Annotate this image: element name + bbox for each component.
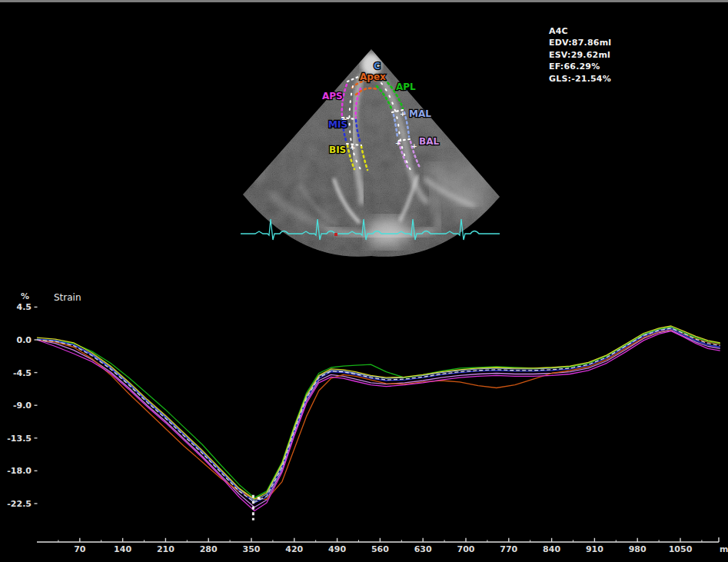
x-tick-label: 140 (114, 544, 131, 554)
measurement-line: A4C (549, 25, 611, 37)
x-tick-label: 350 (243, 544, 261, 554)
strain-chart: % Strain 4.50.0-4.5-9.0-13.5-18.0-22.5 7… (0, 281, 728, 562)
strain-curves (37, 326, 720, 511)
segment-label-C: C (374, 61, 381, 71)
strain-curve-APL (37, 327, 720, 497)
svg-text:+: + (350, 144, 356, 151)
segment-label-APL: APL (396, 81, 416, 92)
y-tick-label: 0.0 (17, 335, 32, 345)
x-tick-label: 560 (371, 544, 389, 554)
svg-text:+: + (400, 110, 406, 118)
ecg-cursor-marker (334, 233, 337, 236)
y-axis-unit: % (21, 291, 29, 301)
y-tick-label: -13.5 (7, 434, 32, 444)
svg-text:+: + (395, 139, 401, 147)
measurement-line: GLS:-21.54% (549, 73, 611, 85)
measurement-line: EF:66.29% (549, 61, 611, 72)
measurement-line: EDV:87.86ml (549, 37, 611, 48)
x-tick-label: 700 (457, 544, 475, 554)
segment-label-MAL: MAL (409, 108, 431, 119)
y-axis: 4.50.0-4.5-9.0-13.5-18.0-22.5 (7, 302, 37, 509)
x-tick-label: 280 (200, 544, 218, 554)
y-tick-label: -18.0 (7, 466, 32, 476)
segment-label-BIS: BIS (329, 145, 346, 155)
strain-curve-APS (37, 331, 720, 511)
x-tick-label: 980 (629, 544, 647, 554)
x-axis: 7014021028035042049056063070077084091098… (37, 537, 719, 554)
x-tick-label: 70 (74, 544, 86, 554)
y-tick-label: -9.0 (13, 401, 32, 411)
ultrasound-image: + + + + + + CApexAPLAPSMALMISBALBIS (0, 0, 728, 281)
chart-title: Strain (54, 292, 81, 303)
segment-label-Apex: Apex (360, 71, 386, 82)
segment-label-BAL: BAL (419, 136, 439, 147)
x-tick-label: 840 (543, 544, 560, 554)
segment-label-MIS: MIS (328, 119, 347, 130)
x-tick-label: 910 (586, 544, 603, 554)
echo-strain-screen: + + + + + + CApexAPLAPSMALMISBALBIS A4CE… (0, 0, 728, 562)
x-tick-label: 1050 (669, 544, 693, 554)
x-tick-label: 420 (285, 544, 303, 554)
y-tick-label: -22.5 (7, 499, 32, 509)
svg-text:+: + (411, 142, 417, 150)
x-axis-unit: ms (720, 544, 728, 554)
x-tick-label: 490 (328, 544, 346, 554)
measurement-line: ESV:29.62ml (549, 49, 611, 61)
x-tick-label: 630 (414, 544, 432, 554)
x-tick-label: 210 (157, 544, 175, 554)
y-tick-label: 4.5 (17, 302, 32, 312)
y-tick-label: -4.5 (13, 368, 32, 378)
x-tick-label: 770 (500, 544, 517, 554)
measurements-panel: A4CEDV:87.86mlESV:29.62mlEF:66.29%GLS:-2… (549, 25, 611, 85)
segment-label-APS: APS (322, 91, 343, 101)
